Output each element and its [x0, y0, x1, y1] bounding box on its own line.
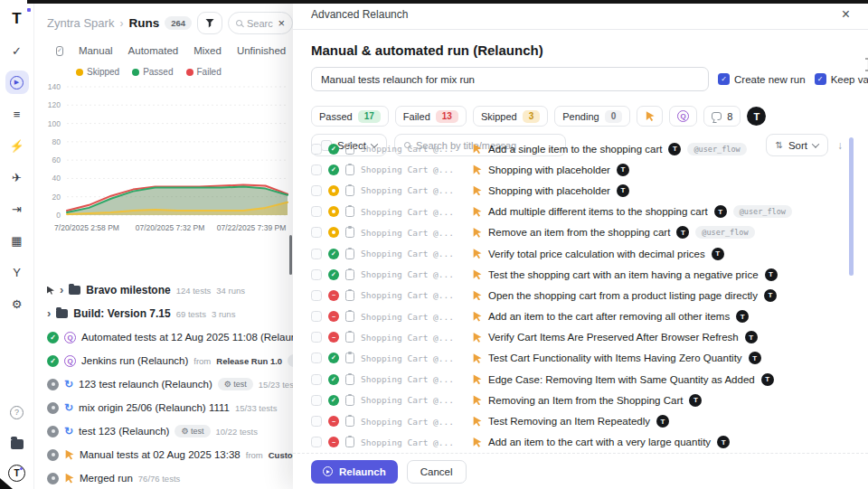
- tab-manual[interactable]: Manual: [79, 45, 113, 56]
- tab-unfinished[interactable]: Unfinished: [237, 45, 286, 56]
- test-row[interactable]: −Shopping Cart @...Open the shopping car…: [293, 285, 868, 306]
- test-title: Test Removing an Item Repeatedly: [488, 416, 650, 427]
- test-row[interactable]: Shopping Cart @...Add multiple different…: [293, 202, 868, 222]
- pending-count-badge: 0: [605, 110, 623, 123]
- chevron-right-icon[interactable]: ›: [47, 306, 51, 320]
- test-status-passed-icon: ✓: [328, 249, 339, 259]
- projects-folder-icon[interactable]: [5, 432, 29, 456]
- test-checkbox[interactable]: [311, 206, 322, 217]
- assignee-avatar: T: [617, 184, 629, 197]
- manual-filter-chip[interactable]: [637, 106, 663, 127]
- run-row[interactable]: ✓QJenkins run (Relaunch)fromRelease Run …: [34, 349, 293, 372]
- passed-filter-chip[interactable]: Passed17: [311, 106, 389, 127]
- legend-passed: Passed: [132, 67, 173, 77]
- automated-filter-chip[interactable]: Q: [669, 106, 697, 127]
- passed-dot-icon: [132, 69, 139, 76]
- run-row[interactable]: Manual tests at 02 Aug 2025 13:38fromCus…: [34, 443, 293, 466]
- create-new-run-option[interactable]: ✓ Create new run: [718, 73, 806, 85]
- failed-filter-chip[interactable]: Failed13: [395, 106, 467, 127]
- close-icon[interactable]: ×: [842, 7, 850, 22]
- create-new-run-checkbox[interactable]: ✓: [718, 73, 730, 85]
- run-row[interactable]: ✓QAutomated tests at 12 Aug 2025 11:08 (…: [34, 325, 293, 349]
- test-row[interactable]: ✓Shopping Cart @...Verify total price ca…: [293, 243, 868, 264]
- app-logo[interactable]: T: [5, 7, 29, 31]
- pending-filter-chip[interactable]: Pending0: [554, 106, 630, 127]
- runs-search-input[interactable]: Search [C ×: [228, 12, 293, 34]
- pulse-nav-icon[interactable]: ✈: [5, 165, 29, 189]
- test-checkbox[interactable]: [311, 311, 322, 322]
- select-all-icon[interactable]: ✓: [56, 46, 63, 56]
- test-row[interactable]: ✓Shopping Cart @...Shopping with placeho…: [293, 159, 868, 180]
- run-row[interactable]: ↻123 test relaunch (Relaunch)⚙ test15/23…: [34, 372, 293, 396]
- test-checkbox[interactable]: [311, 249, 322, 259]
- help-icon[interactable]: ?: [5, 400, 29, 424]
- test-row[interactable]: −Shopping Cart @...Test Removing an Item…: [293, 410, 868, 431]
- assignee-avatar: T: [745, 331, 758, 343]
- test-checkbox[interactable]: [311, 290, 322, 301]
- test-checkbox[interactable]: [311, 374, 322, 385]
- test-checkbox[interactable]: [311, 416, 322, 427]
- filter-button[interactable]: [197, 12, 222, 34]
- test-row[interactable]: −Shopping Cart @...Verify Cart Items Are…: [293, 327, 868, 348]
- test-row[interactable]: ✓Shopping Cart @...Edge Case: Removing I…: [293, 369, 868, 390]
- assignee-filter-avatar[interactable]: T: [747, 107, 766, 126]
- reports-nav-icon[interactable]: ▦: [5, 229, 29, 252]
- test-row[interactable]: −Shopping Cart @...Add an item to the ca…: [293, 306, 868, 327]
- test-checkbox[interactable]: [311, 269, 322, 280]
- test-title: Remove an item from the shopping cart: [488, 227, 670, 238]
- test-row[interactable]: ✓Shopping Cart @...Test Cart Functionali…: [293, 348, 868, 369]
- comments-filter-chip[interactable]: 8: [703, 106, 741, 127]
- run-row[interactable]: ›Bravo milestone124 tests34 runs: [34, 278, 293, 302]
- test-checkbox[interactable]: [311, 437, 322, 447]
- svg-text:7/20/2025 2:58 PM: 7/20/2025 2:58 PM: [54, 223, 119, 232]
- test-checkbox[interactable]: [311, 353, 322, 363]
- test-row[interactable]: Shopping Cart @...Shopping with placehol…: [293, 180, 868, 201]
- import-nav-icon[interactable]: ⇥: [5, 197, 29, 221]
- run-name-input[interactable]: [311, 67, 709, 91]
- test-row[interactable]: Shopping Cart @...Remove an item from th…: [293, 222, 868, 243]
- settings-gear-icon[interactable]: ⚙: [5, 292, 29, 315]
- test-checkbox[interactable]: [311, 332, 322, 343]
- keep-values-option[interactable]: ✓ Keep values ?: [815, 73, 868, 85]
- skipped-filter-chip[interactable]: Skipped3: [473, 106, 548, 127]
- tab-automated[interactable]: Automated: [128, 45, 179, 56]
- manual-run-icon: [64, 474, 74, 484]
- modal-scrollbar[interactable]: [849, 137, 854, 276]
- failed-dot-icon: [186, 69, 193, 76]
- left-panel-scrollbar[interactable]: [289, 235, 292, 275]
- test-checkbox[interactable]: [311, 395, 322, 406]
- tab-mixed[interactable]: Mixed: [193, 45, 222, 56]
- run-row[interactable]: Merged run76/76 tests: [34, 466, 293, 489]
- test-row[interactable]: ✓Shopping Cart @...Test the shopping car…: [293, 264, 868, 285]
- user-avatar[interactable]: T: [8, 465, 25, 482]
- test-row[interactable]: ✓Shopping Cart @...Add a single item to …: [293, 138, 868, 159]
- test-row[interactable]: −Shopping Cart @...Add an item to the ca…: [293, 432, 868, 453]
- branch-nav-icon[interactable]: Y: [5, 260, 29, 284]
- keep-values-checkbox[interactable]: ✓: [815, 73, 826, 85]
- run-title: Manual tests at 02 Aug 2025 13:38: [80, 449, 241, 460]
- chevron-right-icon[interactable]: ›: [60, 283, 63, 296]
- test-checkbox[interactable]: [311, 165, 322, 175]
- test-title: Test the shopping cart with an item havi…: [488, 269, 759, 280]
- relaunch-button[interactable]: Relaunch: [311, 460, 398, 484]
- clear-search-icon[interactable]: ×: [278, 17, 285, 29]
- manual-test-icon: [472, 312, 482, 322]
- clipboard-icon: [345, 206, 354, 217]
- chart-legend: Skipped Passed Failed: [34, 58, 293, 77]
- test-checkbox[interactable]: [311, 144, 322, 155]
- run-row[interactable]: ›Build: Version 7.1569 tests3 runs: [34, 302, 293, 325]
- steps-nav-icon[interactable]: ⚡: [5, 134, 29, 157]
- project-name[interactable]: Zyntra Spark: [47, 16, 114, 30]
- manual-test-icon: [472, 417, 482, 427]
- cancel-button[interactable]: Cancel: [407, 460, 467, 484]
- test-checkbox[interactable]: [311, 185, 322, 196]
- test-row[interactable]: ✓Shopping Cart @...Removing an Item from…: [293, 390, 868, 410]
- run-title: test 123 (Relaunch): [79, 426, 169, 437]
- run-row[interactable]: ↻mix origin 25/06 (Relaunch) 111115/33 t…: [34, 396, 293, 419]
- runs-nav-icon[interactable]: ▶: [5, 71, 29, 94]
- checks-nav-icon[interactable]: ✓: [5, 39, 29, 62]
- test-tag: ⚙ test: [175, 425, 210, 437]
- run-row[interactable]: ↻test 123 (Relaunch)⚙ test10/22 tests: [34, 419, 293, 443]
- test-list-nav-icon[interactable]: ≡: [5, 102, 29, 126]
- test-checkbox[interactable]: [311, 227, 322, 238]
